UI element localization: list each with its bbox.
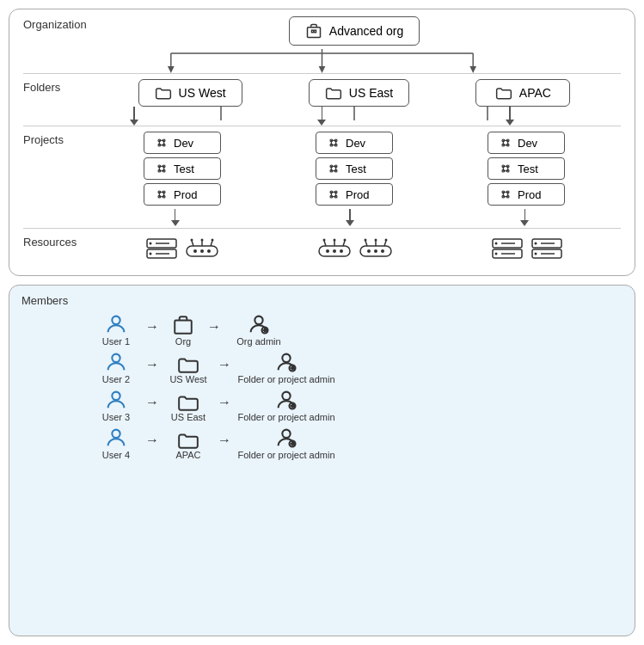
arrow-icon: → (145, 357, 159, 384)
svg-point-113 (326, 249, 329, 253)
svg-line-119 (384, 241, 386, 246)
svg-line-107 (324, 241, 326, 246)
folder-uswest: US West (138, 79, 242, 107)
svg-point-102 (212, 239, 214, 242)
project-icon (327, 136, 340, 150)
user-icon (104, 388, 128, 412)
folder-target-icon (177, 393, 199, 412)
proj-label: Prod (518, 188, 541, 201)
svg-point-134 (535, 243, 537, 245)
svg-marker-9 (168, 66, 175, 73)
org-name: Advanced org (329, 24, 403, 38)
svg-point-121 (375, 239, 377, 242)
svg-point-149 (112, 392, 120, 400)
org-label: Organization (23, 16, 88, 31)
building-icon (305, 22, 322, 40)
folder-admin-icon (274, 388, 298, 412)
svg-point-128 (495, 243, 498, 245)
folder-uswest-label: US West (179, 86, 226, 100)
svg-point-144 (112, 354, 120, 362)
folder-role-label-1: Folder or project admin (237, 374, 334, 384)
router-icon (317, 237, 352, 265)
org-section: Organization Advanced org (23, 16, 621, 49)
folder-icon (155, 85, 172, 101)
folder-to-project-arrows (23, 107, 621, 126)
member-user4: User 4 (90, 426, 142, 460)
svg-point-104 (200, 249, 204, 253)
svg-rect-139 (175, 321, 192, 334)
useast-target-label: US East (171, 412, 205, 422)
members-section: Members User 1 → Org (9, 285, 635, 636)
svg-point-92 (150, 243, 152, 245)
svg-point-124 (374, 249, 377, 253)
svg-point-101 (201, 239, 204, 242)
folders-section: Folders US West US East (23, 73, 621, 107)
proj-label: Dev (346, 137, 365, 150)
project-prod-1: Prod (316, 183, 393, 206)
svg-point-93 (150, 253, 152, 255)
svg-line-99 (211, 241, 212, 246)
member-user3: User 3 (90, 388, 142, 422)
arrow-icon: → (145, 433, 159, 460)
svg-point-103 (193, 249, 197, 253)
user1-label: User 1 (102, 336, 130, 347)
member-uswest-target: US West (163, 355, 214, 384)
folder-admin-icon (274, 350, 298, 374)
svg-point-135 (535, 253, 537, 255)
uswest-target-label: US West (169, 374, 206, 384)
project-icon (155, 187, 169, 201)
svg-point-112 (344, 239, 347, 242)
member-folder-role-3: Folder or project admin (235, 426, 338, 460)
svg-rect-3 (315, 30, 316, 33)
project-icon (499, 136, 512, 150)
folder-target-icon (177, 355, 199, 374)
org-role-label: Org admin (236, 336, 280, 347)
project-icon (327, 162, 340, 175)
svg-line-117 (365, 241, 367, 246)
projects-label: Projects (23, 132, 88, 146)
member-row-0: User 1 → Org → (90, 312, 623, 347)
org-admin-icon (247, 312, 271, 336)
svg-line-97 (192, 241, 193, 246)
svg-point-120 (365, 239, 367, 242)
project-prod-2: Prod (488, 183, 565, 206)
member-useast-target: US East (163, 393, 214, 422)
user-icon (104, 350, 128, 374)
svg-point-155 (282, 430, 290, 438)
project-test-2: Test (488, 157, 565, 180)
resources-label: Resources (23, 234, 88, 249)
folder-apac: APAC (475, 79, 570, 107)
svg-point-138 (112, 316, 120, 324)
project-group-uswest: Dev Test Prod (144, 132, 221, 206)
svg-point-150 (282, 392, 290, 400)
folder-apac-label: APAC (519, 86, 551, 100)
arrow-icon: → (207, 319, 221, 347)
project-icon (155, 162, 169, 175)
member-row-2: User 3 → US East → (90, 388, 623, 422)
svg-point-114 (333, 249, 336, 253)
arrow-icon: → (218, 433, 231, 460)
org-to-folder-arrows (23, 49, 621, 73)
apac-target-label: APAC (175, 450, 200, 460)
user4-label: User 4 (102, 450, 130, 460)
proj-label: Test (346, 163, 366, 175)
svg-point-122 (385, 239, 388, 242)
member-org-target: Org (163, 314, 204, 347)
member-apac-target: APAC (163, 431, 214, 460)
svg-rect-0 (307, 28, 320, 38)
user-icon (104, 312, 128, 336)
top-section: Organization Advanced org (9, 9, 635, 276)
proj-label: Prod (174, 188, 197, 201)
resource-group-1 (317, 237, 393, 265)
connector-lines (23, 49, 621, 73)
svg-point-115 (340, 249, 343, 253)
org-target-icon (172, 314, 194, 336)
org-box: Advanced org (289, 16, 420, 46)
svg-point-110 (323, 239, 326, 242)
folder-role-label-3: Folder or project admin (237, 450, 334, 460)
folder-target-icon (177, 431, 199, 450)
svg-line-109 (343, 241, 345, 246)
project-group-useast: Dev Test Prod (316, 132, 393, 206)
folder-icon (325, 85, 342, 101)
svg-marker-11 (469, 66, 476, 73)
